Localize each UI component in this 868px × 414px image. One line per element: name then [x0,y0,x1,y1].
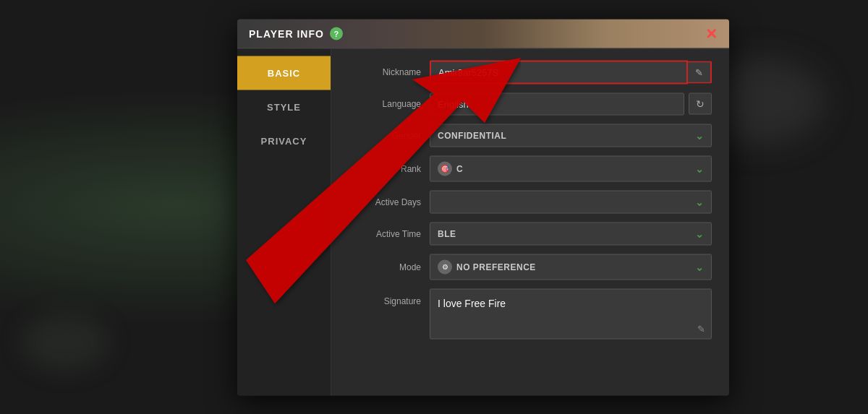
close-button[interactable]: ✕ [705,26,718,40]
content-area: Nickname ✎ Language ↻ [331,48,729,395]
mode-row: Mode ⚙ NO PREFERENCE ⌄ [349,254,712,280]
nickname-value: ✎ [430,60,712,84]
gender-label: Gender [349,130,421,140]
mode-label: Mode [349,262,421,272]
bg-decoration-2 [22,313,109,371]
nickname-label: Nickname [349,67,421,77]
sidebar-item-privacy[interactable]: PRIVACY [237,124,331,158]
signature-row: Signature I love Free Fire ✎ [349,288,712,339]
mode-icon: ⚙ [438,259,452,274]
signature-container: I love Free Fire ✎ [430,288,712,339]
mode-dropdown-arrow: ⌄ [695,261,704,272]
active-time-dropdown[interactable]: BLE ⌄ [430,222,712,245]
rank-row: Rank 🎯 C ⌄ [349,155,712,181]
modal-body: BASIC STYLE PRIVACY Nickname ✎ [237,48,729,395]
active-time-dropdown-arrow: ⌄ [695,228,704,239]
nickname-row: Nickname ✎ [349,60,712,84]
language-row: Language ↻ [349,92,712,115]
nickname-edit-button[interactable]: ✎ [688,61,712,83]
active-days-row: Active Days ⌄ [349,190,712,213]
gender-dropdown-text: CONFIDENTIAL [438,130,695,140]
active-days-dropdown-arrow: ⌄ [695,196,704,207]
modal-header: PLAYER INFO ? ✕ [237,19,729,48]
active-time-dropdown-text: BLE [438,228,695,238]
rank-label: Rank [349,163,421,173]
sidebar-item-basic[interactable]: BASIC [237,56,331,90]
mode-dropdown-text: NO PREFERENCE [456,262,695,272]
active-days-label: Active Days [349,197,421,207]
rank-value: 🎯 C ⌄ [430,155,712,181]
gender-dropdown-arrow: ⌄ [695,129,704,141]
modal-title: PLAYER INFO [249,27,324,39]
active-days-value: ⌄ [430,190,712,213]
active-time-label: Active Time [349,228,421,238]
language-label: Language [349,99,421,109]
gender-value: CONFIDENTIAL ⌄ [430,124,712,147]
rank-dropdown-arrow: ⌄ [695,163,704,174]
sidebar-item-style[interactable]: STYLE [237,90,331,124]
signature-value: I love Free Fire ✎ [430,288,712,339]
language-value: ↻ [430,92,712,115]
help-icon[interactable]: ? [330,27,343,40]
signature-text: I love Free Fire [438,297,506,309]
mode-dropdown[interactable]: ⚙ NO PREFERENCE ⌄ [430,254,712,280]
signature-edit-icon[interactable]: ✎ [697,323,705,334]
rank-dropdown-text: C [456,163,695,173]
modal-title-area: PLAYER INFO ? [249,27,343,40]
active-days-dropdown[interactable]: ⌄ [430,190,712,213]
language-refresh-button[interactable]: ↻ [689,93,712,115]
gender-dropdown[interactable]: CONFIDENTIAL ⌄ [430,124,712,147]
player-info-modal: PLAYER INFO ? ✕ BASIC STYLE PRIVACY Nick… [237,19,729,395]
active-time-row: Active Time BLE ⌄ [349,222,712,245]
signature-box[interactable]: I love Free Fire ✎ [430,288,712,339]
nickname-input[interactable] [430,60,688,84]
rank-dropdown[interactable]: 🎯 C ⌄ [430,155,712,181]
active-time-value: BLE ⌄ [430,222,712,245]
rank-icon: 🎯 [438,161,452,176]
language-container: ↻ [430,92,712,115]
nickname-container: ✎ [430,60,712,84]
mode-value: ⚙ NO PREFERENCE ⌄ [430,254,712,280]
signature-label: Signature [349,288,421,306]
language-input[interactable] [430,92,684,115]
gender-row: Gender CONFIDENTIAL ⌄ [349,124,712,147]
sidebar: BASIC STYLE PRIVACY [237,48,331,395]
